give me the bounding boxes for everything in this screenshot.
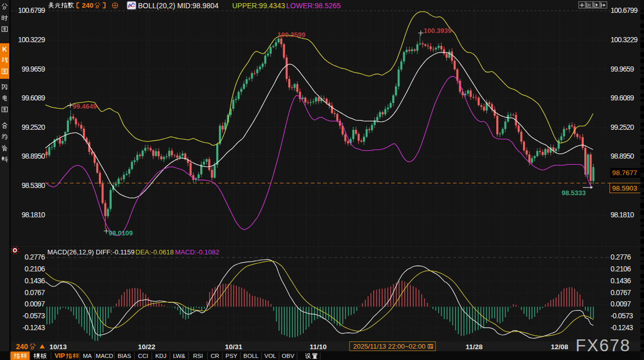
svg-text:2025/11/13 22:00~02:00: 2025/11/13 22:00~02:00 [353, 342, 425, 350]
svg-text:98.1810: 98.1810 [22, 211, 45, 219]
svg-text:99.2520: 99.2520 [22, 123, 45, 131]
svg-text:PSY: PSY [225, 353, 237, 359]
svg-text:100.3599: 100.3599 [277, 31, 305, 39]
svg-text:99.2520: 99.2520 [611, 123, 634, 131]
svg-text:99.6089: 99.6089 [611, 94, 634, 102]
svg-text:100.3229: 100.3229 [18, 36, 45, 44]
svg-text:10/22: 10/22 [138, 343, 155, 351]
svg-text:0.0097: 0.0097 [25, 300, 45, 308]
svg-text:98.8950: 98.8950 [611, 152, 634, 160]
svg-text:0.2776: 0.2776 [25, 253, 45, 261]
svg-text:MACD: MACD [96, 353, 113, 359]
svg-text:0.2776: 0.2776 [611, 253, 631, 261]
svg-text:VOL: VOL [264, 353, 276, 359]
svg-text:UPPER:99.4343: UPPER:99.4343 [232, 2, 285, 10]
svg-text:100.3229: 100.3229 [611, 36, 638, 44]
svg-text:240: 240 [82, 2, 94, 9]
svg-text:98.5380: 98.5380 [22, 181, 45, 190]
svg-text:98.7677: 98.7677 [612, 169, 637, 177]
svg-text:12/08: 12/08 [551, 343, 568, 351]
svg-text:0.0767: 0.0767 [611, 288, 631, 297]
svg-text:98.0109: 98.0109 [109, 229, 133, 237]
svg-text:10/13: 10/13 [49, 343, 67, 351]
svg-text:-0.0573: -0.0573 [611, 312, 633, 320]
svg-text:98.5333: 98.5333 [562, 189, 586, 197]
svg-text:CR: CR [211, 353, 219, 359]
svg-text:MACD:-0.1082: MACD:-0.1082 [175, 248, 219, 256]
svg-text:0.1436: 0.1436 [25, 277, 45, 285]
svg-text:-0.1243: -0.1243 [23, 323, 45, 332]
svg-text:99.6089: 99.6089 [22, 94, 45, 102]
svg-text:LOWER:98.5265: LOWER:98.5265 [286, 2, 341, 10]
svg-text:98.8950: 98.8950 [22, 152, 45, 160]
svg-text:LW&: LW& [173, 353, 185, 359]
svg-text:100.3939: 100.3939 [424, 27, 451, 35]
svg-text:99.4649: 99.4649 [73, 102, 97, 110]
svg-text:MA: MA [83, 353, 92, 359]
svg-text:0.0097: 0.0097 [611, 300, 631, 308]
svg-text:OBV: OBV [282, 353, 294, 359]
svg-text:0.2106: 0.2106 [25, 265, 45, 273]
svg-text:MACD(26,12,9) DIFF:-0.1159: MACD(26,12,9) DIFF:-0.1159 [47, 248, 135, 256]
svg-text:0.1436: 0.1436 [611, 277, 631, 285]
svg-text:98.5903: 98.5903 [612, 184, 637, 192]
svg-text:240: 240 [16, 342, 28, 351]
svg-text:100.6799: 100.6799 [611, 6, 638, 14]
svg-text:0.0767: 0.0767 [25, 288, 45, 297]
svg-text:KDJ: KDJ [155, 353, 167, 359]
svg-text:K: K [2, 45, 7, 53]
svg-text:RSI: RSI [193, 353, 203, 359]
svg-text:-0.0573: -0.0573 [23, 312, 45, 320]
svg-text:BOLL: BOLL [243, 353, 259, 359]
svg-text:98.1810: 98.1810 [611, 211, 634, 219]
svg-text:FX678: FX678 [576, 336, 631, 355]
svg-text:-0.1243: -0.1243 [611, 323, 633, 332]
svg-text:0.2106: 0.2106 [611, 265, 631, 273]
svg-text:99.9659: 99.9659 [611, 65, 634, 73]
svg-text:CCI: CCI [138, 353, 148, 359]
svg-text:DEA:-0.0618: DEA:-0.0618 [135, 248, 173, 256]
svg-text:99.9659: 99.9659 [22, 65, 45, 73]
svg-text:BOLL(20,2) MID:98.9804: BOLL(20,2) MID:98.9804 [138, 2, 219, 10]
svg-text:11/28: 11/28 [465, 343, 483, 351]
svg-text:BIAS: BIAS [117, 353, 131, 359]
svg-text:100.6799: 100.6799 [18, 6, 45, 14]
svg-text:VIP: VIP [55, 352, 65, 359]
svg-text:11/10: 11/10 [309, 343, 326, 351]
svg-text:10/31: 10/31 [225, 343, 242, 351]
